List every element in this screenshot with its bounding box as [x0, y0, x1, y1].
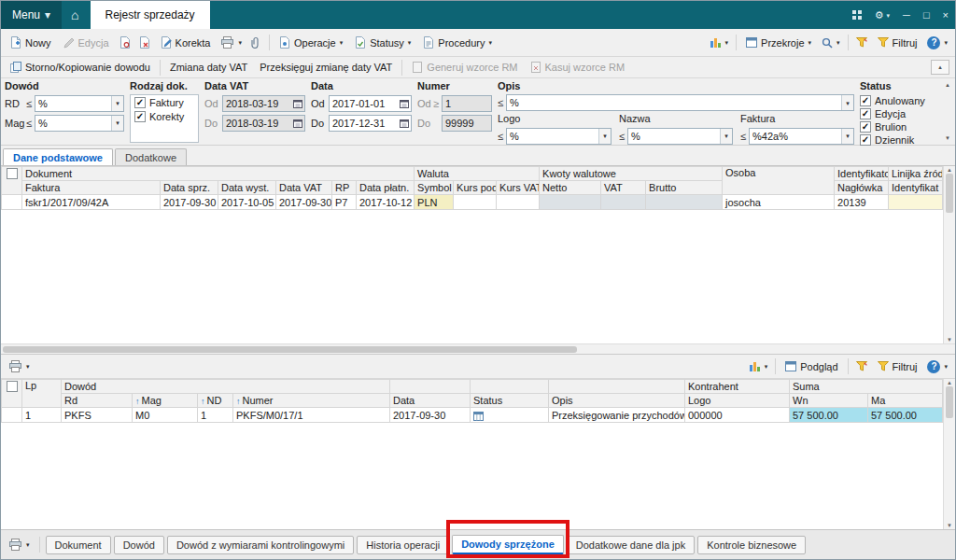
print-lower-button[interactable]: ▾ [5, 357, 34, 375]
rd-filter-combo[interactable]: % ▾ [35, 95, 124, 112]
column-group-waluta[interactable]: Waluta [415, 167, 540, 181]
row-checkbox-cell[interactable] [2, 195, 22, 210]
filtruj-button[interactable]: Filtruj [872, 35, 923, 51]
bottom-tab-dowod[interactable]: Dowód [114, 536, 164, 554]
column-header-rd[interactable]: Rd [62, 394, 133, 408]
generuj-wzorce-button[interactable]: Generuj wzorce RM [406, 59, 523, 76]
column-header-status[interactable]: Status [471, 394, 549, 408]
dropdown-button[interactable]: ▾ [841, 95, 853, 110]
table-row[interactable]: fskr1/2017/09/42A 2017-09-30 2017-10-05 … [2, 195, 943, 210]
column-group-identyfikator[interactable]: Identyfikator [835, 167, 889, 181]
column-header-numer[interactable]: ↑Numer [233, 394, 390, 408]
data-od-input[interactable]: 2017-01-01 [329, 95, 412, 112]
column-header-mag[interactable]: ↑Mag [133, 394, 198, 408]
nowy-button[interactable]: Nowy [5, 34, 57, 51]
status-edycja-checkbox[interactable]: ✓ Edycja [860, 107, 936, 119]
faktury-checkbox[interactable]: ✓ Faktury [134, 97, 194, 108]
bottom-tab-historia-operacji[interactable]: Historia operacji [357, 536, 449, 554]
column-header-data-vat[interactable]: Data VAT [276, 181, 332, 195]
column-header-naglowka[interactable]: Nagłówka [835, 181, 889, 195]
scrollbar-thumb[interactable] [3, 346, 577, 353]
select-all-checkbox[interactable] [7, 381, 18, 392]
apps-grid-button[interactable] [846, 1, 868, 29]
collapse-filter-button[interactable]: ▴ [931, 60, 949, 75]
column-header-data-wyst[interactable]: Data wyst. [218, 181, 276, 195]
statusy-button[interactable]: Statusy ▾ [349, 34, 416, 51]
data-do-input[interactable]: 2017-12-31 [329, 115, 412, 132]
numer-do-input[interactable]: 99999 [442, 115, 492, 132]
column-header-vat[interactable]: VAT [601, 181, 646, 195]
vertical-scrollbar[interactable]: ▲ ▼ [943, 166, 955, 343]
column-header-data-platn[interactable]: Data płatn. [357, 181, 415, 195]
status-brulion-checkbox[interactable]: ✓ Brulion [860, 120, 936, 133]
column-group-linijka[interactable]: Linijka źród [889, 167, 943, 181]
maximize-button[interactable]: □ [917, 1, 936, 29]
column-header-faktura[interactable]: Faktura [22, 181, 161, 195]
bottom-tab-kontrole-biznesowe[interactable]: Kontrole biznesowe [697, 536, 806, 554]
dropdown-button[interactable]: ▾ [111, 96, 123, 111]
delete-document-button[interactable] [135, 34, 154, 51]
settings-button[interactable]: ⚙ ▾ [868, 1, 896, 29]
status-dziennik-checkbox[interactable]: ✓ Dziennik [860, 133, 936, 146]
table-row[interactable]: 1 PKFS M0 1 PKFS/M0/17/1 2017-09-30 Prze… [2, 408, 943, 423]
opis-filter-combo[interactable]: % ▾ [506, 94, 854, 111]
print-button[interactable]: ▾ [217, 34, 246, 51]
column-header-kurs-vat[interactable]: Kurs VAT [497, 181, 540, 195]
vertical-scrollbar[interactable]: ▲ ▼ [943, 379, 955, 529]
dropdown-button[interactable]: ▾ [720, 129, 732, 144]
column-header-wn[interactable]: Wn [790, 394, 868, 408]
column-header-kurs-pod[interactable]: Kurs pod. [454, 181, 497, 195]
home-button[interactable]: ⌂ [62, 1, 88, 29]
clear-filter-lower-button[interactable] [852, 358, 871, 374]
zoom-button[interactable]: ▾ [818, 35, 844, 51]
tab-dodatkowe[interactable]: Dodatkowe [115, 148, 187, 165]
column-header-data[interactable]: Data [390, 394, 471, 408]
column-header-brutto[interactable]: Brutto [646, 181, 723, 195]
dropdown-button[interactable]: ▾ [841, 129, 853, 144]
nazwa-filter-combo[interactable]: % ▾ [627, 128, 733, 145]
przeksieguj-button[interactable]: Przeksięguj zmianę daty VAT [254, 59, 398, 76]
column-header-osoba[interactable]: Osoba [723, 167, 835, 195]
help-button[interactable]: ? ▾ [923, 34, 951, 52]
dropdown-button[interactable]: ▾ [598, 129, 611, 144]
column-group-suma[interactable]: Suma [790, 380, 943, 394]
column-group-dowod[interactable]: Dowód [62, 380, 390, 394]
status-anulowany-checkbox[interactable]: ✓ Anulowany [860, 94, 936, 106]
storno-button[interactable]: Storno/Kopiowanie dowodu [5, 59, 156, 76]
filtruj-lower-button[interactable]: Filtruj [872, 358, 923, 375]
scrollbar-thumb[interactable] [946, 174, 953, 213]
chart-lower-button[interactable]: ▾ [746, 358, 772, 374]
help-lower-button[interactable]: ? ▾ [923, 357, 951, 376]
scrollbar-track[interactable] [944, 385, 955, 523]
bottom-tab-dowody-sprzezone[interactable]: Dowody sprzężone [452, 535, 564, 554]
horizontal-scrollbar[interactable] [1, 343, 955, 354]
przekroje-button[interactable]: Przekroje ▾ [740, 35, 817, 51]
column-group-kontrahent[interactable]: Kontrahent [685, 380, 790, 394]
operacje-button[interactable]: Operacje ▾ [274, 34, 348, 51]
scrollbar-track[interactable] [944, 173, 955, 337]
status-scrollbar[interactable]: ▲ ▼ [942, 80, 953, 143]
korekta-button[interactable]: Korekta [155, 34, 217, 51]
scrollbar-thumb[interactable] [946, 386, 953, 418]
chart-button[interactable]: ▾ [707, 35, 733, 50]
column-header-opis[interactable]: Opis [549, 394, 685, 408]
dropdown-button[interactable]: ▾ [111, 116, 123, 131]
clear-filter-button[interactable] [852, 35, 871, 50]
column-header-lp[interactable]: Lp [22, 380, 62, 408]
select-all-checkbox[interactable] [7, 168, 18, 179]
data-vat-do-input[interactable]: 2018-03-19 [222, 115, 305, 132]
bottom-tab-dodatkowe-dane-jpk[interactable]: Dodatkowe dane dla jpk [567, 536, 695, 554]
column-header-nd[interactable]: ↑ND [198, 394, 233, 408]
minimize-button[interactable]: ─ [896, 1, 917, 29]
mag-filter-combo[interactable]: % ▾ [35, 115, 124, 132]
column-group-kwoty-walutowe[interactable]: Kwoty walutowe [540, 167, 723, 181]
column-header-logo[interactable]: Logo [685, 394, 790, 408]
korekty-checkbox[interactable]: ✓ Korekty [134, 111, 194, 122]
procedury-button[interactable]: Procedury ▾ [417, 34, 498, 51]
edycja-button[interactable]: Edycja [58, 35, 115, 51]
column-header-data-sprz[interactable]: Data sprz. [161, 181, 218, 195]
menu-button[interactable]: Menu ▾ [1, 1, 62, 29]
column-header-ma[interactable]: Ma [868, 394, 943, 408]
column-header-netto[interactable]: Netto [540, 181, 601, 195]
kasuj-wzorce-button[interactable]: Kasuj wzorce RM [525, 59, 631, 76]
